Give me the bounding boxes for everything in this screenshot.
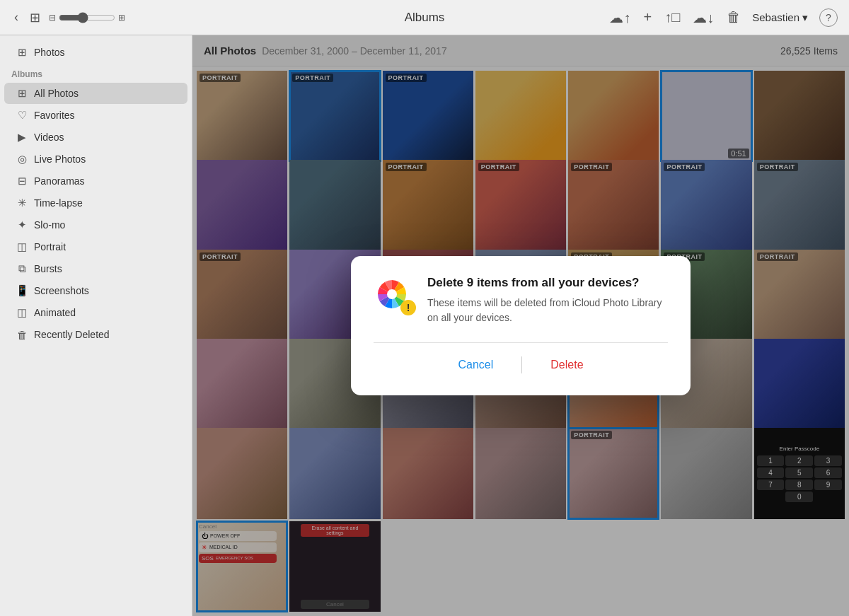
sidebar: ⊞ Photos Albums ⊞ All Photos ♡ Favorites…: [0, 35, 192, 616]
albums-title: Albums: [405, 11, 445, 24]
animated-icon: ◫: [16, 306, 28, 319]
sidebar-item-timelapse[interactable]: ✳ Time-lapse: [4, 192, 187, 214]
top-bar-right: ☁↑ + ↑□ ☁↓ 🗑 Sebastien ▾ ?: [568, 8, 838, 27]
sidebar-item-label: Favorites: [34, 110, 75, 121]
main-layout: ⊞ Photos Albums ⊞ All Photos ♡ Favorites…: [0, 35, 849, 616]
sidebar-section-albums: Albums: [0, 64, 192, 82]
user-menu-button[interactable]: Sebastien ▾: [752, 11, 808, 24]
sidebar-item-portrait[interactable]: ◫ Portrait: [4, 236, 187, 257]
delete-confirmation-dialog: ! Delete 9 items from all your devices? …: [351, 256, 691, 395]
modal-overlay: ! Delete 9 items from all your devices? …: [192, 35, 849, 616]
timelapse-icon: ✳: [16, 197, 28, 209]
toolbar-icons: ☁↑ + ↑□ ☁↓ 🗑: [609, 9, 741, 26]
modal-title: Delete 9 items from all your devices?: [427, 276, 668, 290]
download-icon[interactable]: ☁↓: [693, 9, 714, 26]
modal-icon-area: !: [374, 276, 413, 315]
photos-icon: ⊞: [16, 46, 28, 59]
bursts-icon: ⧉: [16, 262, 28, 275]
trash-icon[interactable]: 🗑: [727, 9, 741, 25]
add-icon[interactable]: +: [643, 9, 652, 25]
upload-icon[interactable]: ☁↑: [609, 9, 630, 26]
sidebar-item-label: Bursts: [34, 263, 62, 274]
photos-area: All Photos December 31, 2000 – December …: [192, 35, 849, 616]
slo-mo-icon: ✦: [16, 219, 28, 231]
heart-icon: ♡: [16, 109, 28, 122]
video-icon: ▶: [16, 131, 28, 144]
svg-point-2: [387, 289, 397, 299]
panoramas-icon: ⊟: [16, 175, 28, 187]
screenshots-icon: 📱: [16, 284, 28, 297]
sidebar-item-label: Time-lapse: [34, 197, 83, 209]
sidebar-item-all-photos[interactable]: ⊞ All Photos: [4, 83, 187, 104]
back-button[interactable]: ‹: [11, 7, 21, 28]
sidebar-item-live-photos[interactable]: ◎ Live Photos: [4, 149, 187, 170]
sidebar-item-panoramas[interactable]: ⊟ Panoramas: [4, 170, 187, 192]
sidebar-item-label: All Photos: [34, 88, 79, 99]
sidebar-item-label: Recently Deleted: [34, 329, 110, 340]
user-chevron-icon: ▾: [802, 11, 808, 24]
zoom-slider[interactable]: [59, 12, 115, 23]
user-name: Sebastien: [752, 11, 799, 23]
sidebar-item-slo-mo[interactable]: ✦ Slo-mo: [4, 214, 187, 236]
sidebar-item-label: Panoramas: [34, 175, 85, 187]
sidebar-item-label: Videos: [34, 132, 64, 143]
sidebar-item-favorites[interactable]: ♡ Favorites: [4, 105, 187, 126]
sidebar-item-label: Portrait: [34, 241, 66, 252]
top-bar-center: Albums: [289, 11, 559, 25]
sidebar-item-photos[interactable]: ⊞ Photos: [4, 42, 187, 63]
sidebar-item-label: Screenshots: [34, 285, 89, 296]
modal-content: ! Delete 9 items from all your devices? …: [374, 276, 668, 325]
zoom-out-icon: ⊟: [49, 13, 56, 23]
trash-sidebar-icon: 🗑: [16, 328, 28, 341]
live-photos-icon: ◎: [16, 153, 28, 165]
delete-button[interactable]: Delete: [522, 354, 611, 376]
sidebar-item-label: Slo-mo: [34, 219, 65, 231]
sidebar-toggle-button[interactable]: ⊞: [27, 7, 43, 28]
zoom-in-icon: ⊞: [118, 13, 125, 23]
share-icon[interactable]: ↑□: [664, 9, 680, 25]
sidebar-item-animated[interactable]: ◫ Animated: [4, 302, 187, 323]
zoom-slider-container: ⊟ ⊞: [49, 12, 125, 23]
sidebar-item-bursts[interactable]: ⧉ Bursts: [4, 258, 187, 279]
warning-badge-icon: !: [400, 300, 416, 315]
modal-body: These items will be deleted from iCloud …: [427, 296, 668, 325]
top-bar: ‹ ⊞ ⊟ ⊞ Albums ☁↑ + ↑□ ☁↓ 🗑 Sebastien ▾ …: [0, 0, 849, 35]
all-photos-icon: ⊞: [16, 87, 28, 100]
top-bar-left: ‹ ⊞ ⊟ ⊞: [11, 7, 281, 28]
modal-text: Delete 9 items from all your devices? Th…: [427, 276, 668, 325]
sidebar-item-label: Animated: [34, 307, 76, 318]
sidebar-item-label: Live Photos: [34, 153, 86, 165]
portrait-icon: ◫: [16, 240, 28, 253]
sidebar-item-screenshots[interactable]: 📱 Screenshots: [4, 280, 187, 301]
sidebar-item-label: Photos: [34, 47, 65, 58]
sidebar-item-recently-deleted[interactable]: 🗑 Recently Deleted: [4, 324, 187, 345]
help-button[interactable]: ?: [819, 8, 838, 27]
sidebar-item-videos[interactable]: ▶ Videos: [4, 127, 187, 148]
cancel-button[interactable]: Cancel: [429, 354, 521, 376]
modal-buttons: Cancel Delete: [374, 342, 668, 376]
